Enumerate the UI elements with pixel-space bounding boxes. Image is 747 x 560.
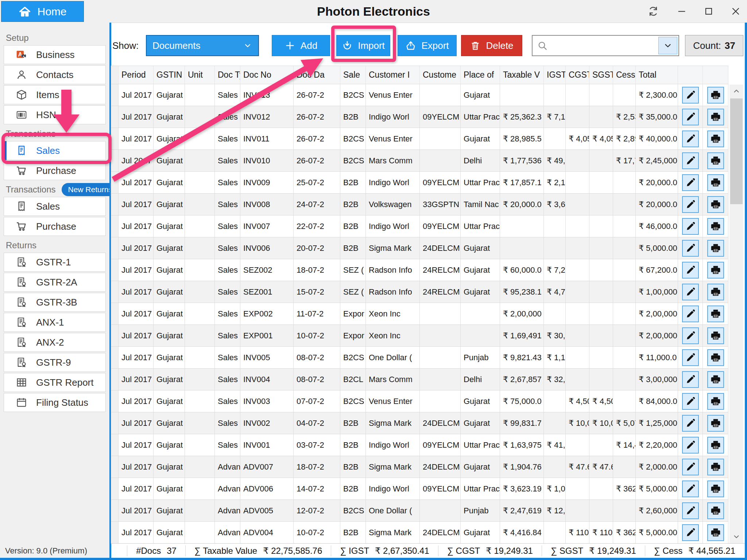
- table-row[interactable]: Jul 2017GujaratSales InINV00620-07-2B2BS…: [111, 237, 728, 259]
- edit-row-button[interactable]: [682, 415, 699, 432]
- table-row[interactable]: Jul 2017GujaratSales InSEZ00115-07-2SEZ …: [111, 281, 728, 303]
- table-row[interactable]: Jul 2017GujaratSales InINV00824-07-2B2BV…: [111, 194, 728, 215]
- column-header-sale[interactable]: Sale: [340, 66, 366, 84]
- column-header-customer-i[interactable]: Customer I: [366, 66, 420, 84]
- row-header[interactable]: [111, 106, 119, 128]
- table-row[interactable]: Jul 2017GujaratSales InEXP00110-07-2Expo…: [111, 325, 728, 347]
- sidebar-item-contacts[interactable]: Contacts: [4, 65, 106, 84]
- row-header[interactable]: [111, 369, 119, 390]
- table-row[interactable]: Jul 2017GujaratSales InEXP00211-07-2Expo…: [111, 303, 728, 325]
- print-row-button[interactable]: [707, 284, 724, 300]
- print-row-button[interactable]: [707, 306, 724, 322]
- sidebar-item-anx-2[interactable]: ANX-2: [4, 333, 106, 352]
- print-row-button[interactable]: [707, 481, 724, 497]
- table-row[interactable]: Jul 2017GujaratSales InSEZ00218-07-2SEZ …: [111, 259, 728, 281]
- column-header-period[interactable]: Period: [119, 66, 154, 84]
- row-header[interactable]: [111, 303, 119, 325]
- row-header[interactable]: [111, 522, 119, 544]
- row-header[interactable]: [111, 347, 119, 369]
- print-row-button[interactable]: [707, 262, 724, 279]
- sidebar-item-anx-1[interactable]: ANX-1: [4, 313, 106, 332]
- edit-row-button[interactable]: [682, 327, 699, 344]
- column-header-doc-no[interactable]: Doc No: [240, 66, 294, 84]
- print-row-button[interactable]: [707, 349, 724, 366]
- scroll-up-button[interactable]: [729, 85, 743, 98]
- print-row-button[interactable]: [707, 415, 724, 432]
- column-header-doc-ty[interactable]: Doc Ty: [215, 66, 240, 84]
- sidebar-item-filing-status[interactable]: Filing Status: [4, 393, 106, 412]
- scroll-down-button[interactable]: [729, 530, 743, 543]
- row-header[interactable]: [111, 259, 119, 281]
- edit-row-button[interactable]: [682, 306, 699, 322]
- print-row-button[interactable]: [707, 437, 724, 454]
- scrollbar-thumb[interactable]: [730, 98, 743, 204]
- row-header[interactable]: [111, 237, 119, 259]
- delete-button[interactable]: Delete: [461, 35, 522, 56]
- add-button[interactable]: Add: [272, 35, 330, 56]
- sidebar-item-purchase[interactable]: Purchase: [4, 217, 106, 236]
- edit-row-button[interactable]: [682, 349, 699, 366]
- minimize-button[interactable]: [673, 3, 690, 20]
- print-row-button[interactable]: [707, 174, 724, 191]
- edit-row-button[interactable]: [682, 152, 699, 169]
- row-header[interactable]: [111, 478, 119, 500]
- sidebar-item-gstr-3b[interactable]: GSTR-3B: [4, 293, 106, 312]
- row-header[interactable]: [111, 325, 119, 347]
- sidebar-item-business[interactable]: ABusiness: [4, 45, 106, 64]
- edit-row-button[interactable]: [682, 240, 699, 257]
- edit-row-button[interactable]: [682, 502, 699, 519]
- sidebar-item-gstr-2a[interactable]: GSTR-2A: [4, 273, 106, 292]
- table-row[interactable]: Jul 2017GujaratAdvancADV00614-07-2B2BInd…: [111, 478, 728, 500]
- table-row[interactable]: Jul 2017GujaratSales InINV00925-07-2B2BI…: [111, 172, 728, 194]
- print-row-button[interactable]: [707, 152, 724, 169]
- row-header[interactable]: [111, 150, 119, 172]
- edit-row-button[interactable]: [682, 371, 699, 388]
- table-row[interactable]: Jul 2017GujaratSales InINV00408-07-2B2CL…: [111, 369, 728, 390]
- column-header-cess[interactable]: Cess: [613, 66, 636, 84]
- refresh-button[interactable]: [645, 3, 662, 20]
- search-dropdown-button[interactable]: [658, 37, 677, 54]
- scrollbar-track[interactable]: [729, 85, 743, 543]
- column-header-gstin[interactable]: GSTIN: [154, 66, 185, 84]
- column-header-unit[interactable]: Unit: [185, 66, 215, 84]
- print-row-button[interactable]: [707, 218, 724, 235]
- edit-row-button[interactable]: [682, 393, 699, 410]
- sidebar-item-gstr-9[interactable]: GSTR-9: [4, 353, 106, 372]
- import-button[interactable]: Import: [336, 35, 390, 56]
- print-row-button[interactable]: [707, 524, 724, 541]
- table-row[interactable]: Jul 2017GujaratSales InINV00307-07-2B2CS…: [111, 390, 728, 412]
- table-row[interactable]: Jul 2017GujaratSales InINV01026-07-2B2CS…: [111, 150, 728, 172]
- column-header-total[interactable]: Total: [636, 66, 678, 84]
- print-row-button[interactable]: [707, 502, 724, 519]
- table-row[interactable]: Jul 2017GujaratAdvancADV00410-07-2B2BSig…: [111, 522, 728, 544]
- print-row-button[interactable]: [707, 393, 724, 410]
- column-header-place-of[interactable]: Place of: [461, 66, 500, 84]
- column-header-doc-da[interactable]: Doc Da: [294, 66, 340, 84]
- maximize-button[interactable]: [700, 3, 717, 20]
- edit-row-button[interactable]: [682, 437, 699, 454]
- column-header-cgst[interactable]: CGST: [566, 66, 589, 84]
- search-input[interactable]: [548, 36, 658, 55]
- sidebar-item-items[interactable]: Items: [4, 85, 106, 104]
- edit-row-button[interactable]: [682, 481, 699, 497]
- table-row[interactable]: Jul 2017GujaratAdvancADV00512-07-2B2CSOn…: [111, 500, 728, 522]
- row-header[interactable]: [111, 84, 119, 106]
- close-button[interactable]: [727, 3, 744, 20]
- edit-row-button[interactable]: [682, 87, 699, 104]
- edit-row-button[interactable]: [682, 524, 699, 541]
- export-button[interactable]: Export: [398, 35, 457, 56]
- edit-row-button[interactable]: [682, 109, 699, 125]
- print-row-button[interactable]: [707, 131, 724, 147]
- table-row[interactable]: Jul 2017GujaratSales InINV01326-07-2B2CS…: [111, 84, 728, 106]
- edit-row-button[interactable]: [682, 262, 699, 279]
- print-row-button[interactable]: [707, 240, 724, 257]
- row-header[interactable]: [111, 456, 119, 478]
- table-row[interactable]: Jul 2017GujaratSales InINV00722-07-2B2BI…: [111, 215, 728, 237]
- edit-row-button[interactable]: [682, 218, 699, 235]
- row-header[interactable]: [111, 434, 119, 456]
- column-header-igst[interactable]: IGST: [544, 66, 566, 84]
- row-header[interactable]: [111, 128, 119, 150]
- row-header[interactable]: [111, 500, 119, 522]
- show-documents-dropdown[interactable]: Documents: [146, 35, 259, 56]
- row-header[interactable]: [111, 281, 119, 303]
